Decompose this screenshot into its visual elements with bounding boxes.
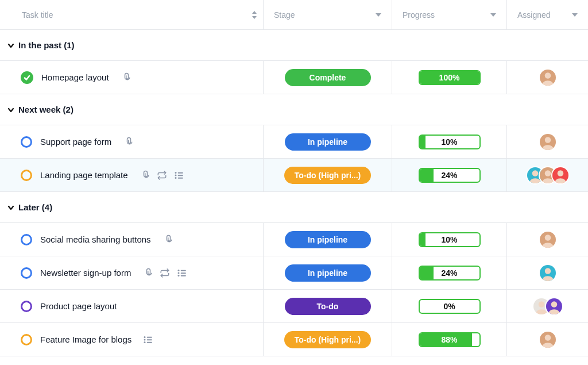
stage-pill[interactable]: To-do	[285, 298, 371, 315]
status-ring-icon[interactable]	[21, 301, 32, 312]
stage-cell: Complete	[263, 61, 392, 94]
assigned-cell	[506, 125, 588, 158]
table-row[interactable]: Product page layoutTo-do0%	[0, 290, 588, 323]
avatar-stack[interactable]	[539, 331, 557, 349]
progress-value: 0%	[420, 300, 479, 313]
attach-icon[interactable]	[163, 235, 173, 245]
svg-rect-21	[181, 270, 186, 271]
avatar[interactable]	[539, 264, 557, 282]
chevron-down-icon[interactable]	[3, 203, 18, 212]
column-header-assigned[interactable]: Assigned	[506, 0, 588, 29]
avatar-stack[interactable]	[539, 230, 557, 249]
avatar-stack[interactable]	[539, 133, 557, 151]
svg-rect-9	[177, 177, 183, 178]
avatar[interactable]	[539, 68, 557, 87]
stage-cell: To-do	[263, 290, 392, 322]
task-name[interactable]: Homepage layout	[41, 72, 109, 82]
task-name[interactable]: Landing page template	[40, 170, 128, 180]
progress-value: 24%	[420, 169, 479, 182]
avatar-stack[interactable]	[526, 166, 570, 185]
chevron-down-icon[interactable]	[572, 13, 578, 17]
status-ring-icon[interactable]	[21, 136, 32, 148]
svg-rect-8	[177, 175, 183, 176]
table-row[interactable]: Support page formIn pipeline10%	[0, 125, 588, 159]
stage-pill[interactable]: To-do (High pri...)	[284, 167, 372, 184]
attach-icon[interactable]	[140, 170, 150, 180]
progress-bar[interactable]: 24%	[419, 168, 481, 183]
task-name[interactable]: Feature Image for blogs	[40, 335, 131, 344]
group-header[interactable]: In the past (1)	[0, 30, 588, 61]
task-name[interactable]: Support page form	[40, 137, 111, 147]
status-ring-icon[interactable]	[21, 170, 32, 181]
table-header: Task title Stage Progress Assigned	[0, 0, 588, 30]
table-row[interactable]: Feature Image for blogsTo-do (High pri..…	[0, 323, 588, 356]
progress-bar[interactable]: 0%	[419, 299, 481, 314]
task-title-cell: Support page form	[0, 136, 263, 148]
recur-icon[interactable]	[157, 170, 167, 180]
column-header-progress[interactable]: Progress	[392, 0, 506, 29]
progress-bar[interactable]: 88%	[419, 332, 481, 347]
progress-cell: 88%	[392, 323, 506, 356]
group-label: Next week (2)	[18, 105, 74, 114]
list-icon[interactable]	[143, 335, 153, 345]
table-row[interactable]: Social media sharing buttonsIn pipeline1…	[0, 223, 588, 256]
recur-icon[interactable]	[160, 268, 170, 278]
column-header-title[interactable]: Task title	[0, 10, 263, 20]
progress-value: 88%	[420, 333, 479, 346]
chevron-down-icon[interactable]	[376, 13, 381, 17]
table-row[interactable]: Landing page templateTo-do (High pri...)…	[0, 159, 588, 192]
chevron-down-icon[interactable]	[3, 106, 18, 114]
status-ring-icon[interactable]	[21, 267, 32, 279]
attach-icon[interactable]	[121, 72, 131, 83]
status-ring-icon[interactable]	[21, 334, 32, 345]
avatar[interactable]	[545, 297, 563, 316]
progress-bar[interactable]: 24%	[419, 266, 481, 281]
progress-bar[interactable]: 10%	[419, 135, 481, 149]
svg-rect-34	[147, 339, 152, 340]
chevron-down-icon[interactable]	[490, 13, 496, 17]
task-title-cell: Social media sharing buttons	[0, 234, 263, 245]
svg-point-13	[544, 170, 551, 176]
avatar-stack[interactable]	[532, 297, 563, 316]
progress-cell: 100%	[392, 61, 506, 94]
list-icon[interactable]	[177, 268, 187, 278]
progress-bar[interactable]: 100%	[419, 70, 481, 85]
group-header[interactable]: Later (4)	[0, 192, 588, 223]
avatar[interactable]	[551, 166, 570, 185]
task-meta-icons	[143, 335, 153, 345]
svg-point-15	[557, 170, 563, 176]
avatar[interactable]	[539, 230, 557, 249]
task-name[interactable]: Social media sharing buttons	[40, 235, 151, 244]
column-header-stage[interactable]: Stage	[263, 0, 392, 29]
stage-pill[interactable]: In pipeline	[285, 264, 371, 282]
svg-point-6	[175, 177, 176, 179]
task-meta-icons	[163, 235, 173, 245]
list-icon[interactable]	[174, 170, 184, 180]
attach-icon[interactable]	[142, 268, 153, 278]
stage-pill[interactable]: Complete	[285, 69, 371, 86]
avatar[interactable]	[539, 133, 557, 151]
avatar-stack[interactable]	[539, 68, 557, 87]
task-name[interactable]: Newsletter sign-up form	[40, 268, 131, 278]
status-complete-icon[interactable]	[21, 71, 33, 84]
stage-pill[interactable]: In pipeline	[285, 133, 371, 151]
avatar[interactable]	[539, 331, 557, 349]
table-row[interactable]: Homepage layoutComplete100%	[0, 61, 588, 94]
group-header[interactable]: Next week (2)	[0, 94, 588, 125]
status-ring-icon[interactable]	[21, 234, 32, 245]
stage-pill[interactable]: To-do (High pri...)	[284, 331, 372, 348]
stage-pill[interactable]: In pipeline	[285, 231, 371, 248]
group-label: Later (4)	[18, 202, 52, 212]
attach-icon[interactable]	[123, 137, 133, 147]
assigned-cell	[506, 256, 588, 289]
sort-icon[interactable]	[252, 11, 257, 19]
task-name[interactable]: Product page layout	[40, 301, 117, 311]
svg-point-18	[178, 270, 180, 271]
chevron-down-icon[interactable]	[3, 41, 18, 49]
table-row[interactable]: Newsletter sign-up formIn pipeline24%	[0, 256, 588, 290]
svg-rect-7	[177, 172, 183, 173]
avatar-stack[interactable]	[539, 264, 557, 282]
svg-point-30	[144, 336, 146, 338]
progress-bar[interactable]: 10%	[419, 232, 481, 247]
column-stage-label: Stage	[274, 10, 295, 20]
